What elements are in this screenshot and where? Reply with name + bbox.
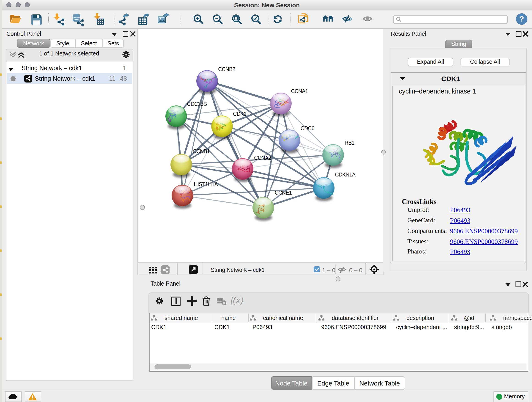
svg-text:CDKN1A: CDKN1A — [335, 172, 355, 177]
svg-text:HIST1H1A: HIST1H1A — [194, 181, 218, 187]
svg-text:CDK1: CDK1 — [233, 111, 247, 117]
svg-text:CDC6: CDC6 — [301, 125, 314, 131]
svg-text:CCNB1: CCNB1 — [193, 148, 210, 154]
svg-text:CCNA1: CCNA1 — [291, 88, 308, 94]
svg-text:RB1: RB1 — [345, 140, 355, 146]
svg-text:CCNE1: CCNE1 — [275, 190, 292, 196]
svg-text:CCNA2: CCNA2 — [254, 155, 271, 161]
svg-text:CDC25B: CDC25B — [187, 101, 207, 107]
svg-text:CCNB2: CCNB2 — [218, 66, 235, 72]
